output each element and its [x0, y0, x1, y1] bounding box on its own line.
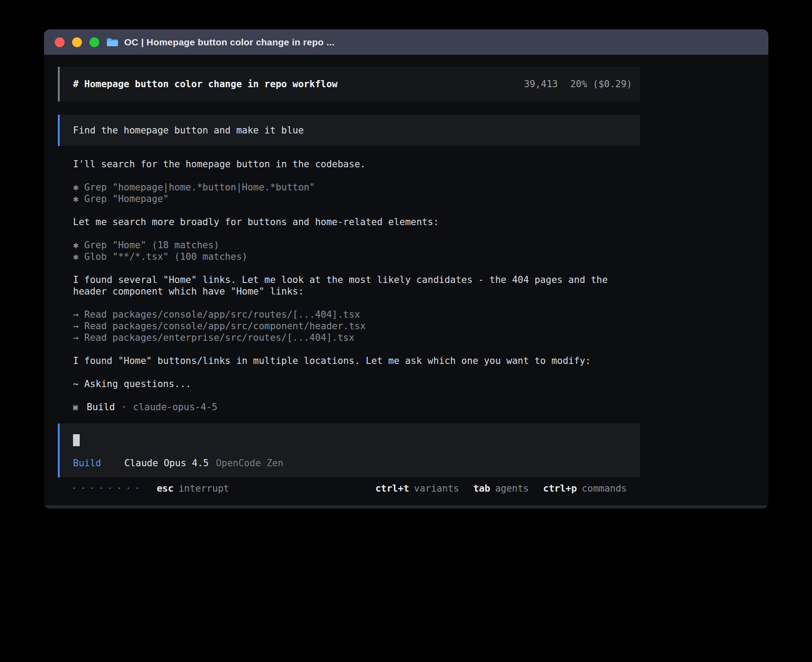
user-message-panel: Find the homepage button and make it blu… [58, 115, 640, 146]
terminal-window: OC | Homepage button color change in rep… [44, 29, 768, 509]
conversation-text-line: I found "Home" buttons/links in multiple… [73, 355, 625, 367]
window-controls [55, 37, 99, 47]
titlebar-title-group: OC | Homepage button color change in rep… [106, 37, 334, 48]
statusbar-left: ········ esc interrupt [71, 483, 229, 494]
shortcut-commands: ctrl+pcommands [543, 483, 627, 494]
context-usage: 20% ($0.29) [570, 79, 632, 89]
conversation: I'll search for the homepage button in t… [58, 158, 640, 390]
shortcut-label: agents [495, 483, 529, 494]
session-header: # Homepage button color change in repo w… [58, 67, 640, 101]
progress-dots-icon: ········ [71, 483, 143, 494]
agent-separator: · [121, 401, 127, 413]
close-button[interactable] [55, 37, 65, 47]
shortcut-key: ctrl+t [375, 483, 409, 494]
folder-icon [106, 37, 118, 47]
shortcut-variants: ctrl+tvariants [375, 483, 459, 494]
shortcut-key: tab [473, 483, 490, 494]
conversation-tool-line: ✱ Grep "Homepage" [73, 193, 625, 205]
shortcut-interrupt: esc interrupt [157, 483, 229, 494]
agent-model: claude-opus-4-5 [133, 401, 218, 413]
conversation-tool-line: ✱ Grep "Home" (18 matches) [73, 239, 625, 251]
session-stats: 39,413 20% ($0.29) [524, 79, 632, 89]
shortcut-key: esc [157, 483, 174, 494]
model-label: Claude Opus 4.5 [124, 458, 209, 468]
terminal-content: # Homepage button color change in repo w… [44, 55, 768, 494]
mode-label: Build [73, 458, 101, 468]
provider-label: OpenCode Zen [216, 458, 284, 468]
shortcut-label: interrupt [179, 483, 229, 494]
prompt-input[interactable]: Build Claude Opus 4.5 OpenCode Zen [58, 424, 640, 477]
conversation-text-line: Let me search more broadly for buttons a… [73, 216, 625, 228]
token-count: 39,413 [524, 79, 558, 89]
conversation-tool-line: ✱ Glob "**/*.tsx" (100 matches) [73, 251, 625, 262]
conversation-text-line: I found several "Home" links. Let me loo… [73, 274, 625, 297]
shortcut-key: ctrl+p [543, 483, 577, 494]
input-mode-row: Build Claude Opus 4.5 OpenCode Zen [73, 458, 627, 468]
conversation-tool-line: → Read packages/console/app/src/routes/[… [73, 309, 625, 320]
titlebar[interactable]: OC | Homepage button color change in rep… [44, 29, 768, 55]
conversation-tool-line: → Read packages/console/app/src/componen… [73, 320, 625, 332]
shortcut-label: commands [582, 483, 627, 494]
session-title: # Homepage button color change in repo w… [73, 79, 337, 89]
minimize-button[interactable] [72, 37, 82, 47]
status-bar: ········ esc interrupt ctrl+tvariantstab… [58, 483, 640, 494]
conversation-tool-line: ✱ Grep "homepage|home.*button|Home.*butt… [73, 182, 625, 193]
conversation-tool-line: → Read packages/enterprise/src/routes/[.… [73, 332, 625, 343]
agent-status-line: ▣ Build · claude-opus-4-5 [58, 401, 640, 413]
conversation-text-line: ~ Asking questions... [73, 378, 625, 390]
agent-icon: ▣ [73, 401, 78, 413]
conversation-text-line: I'll search for the homepage button in t… [73, 158, 625, 170]
agent-name: Build [87, 401, 115, 413]
shortcut-label: variants [414, 483, 459, 494]
window-title: OC | Homepage button color change in rep… [124, 37, 334, 48]
zoom-button[interactable] [89, 37, 99, 47]
user-message-text: Find the homepage button and make it blu… [73, 125, 304, 136]
statusbar-right: ctrl+tvariantstabagentsctrl+pcommands [375, 483, 627, 494]
shortcut-agents: tabagents [473, 483, 529, 494]
text-cursor [73, 434, 80, 446]
